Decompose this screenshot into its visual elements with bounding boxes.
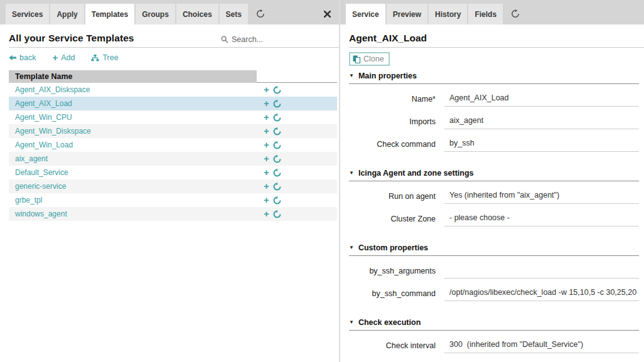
refresh-icon[interactable] [256, 9, 265, 18]
by-ssh-command-input[interactable]: /opt/nagios/libexec/check_load -w 15,10,… [444, 285, 639, 301]
cluster-zone-select[interactable]: - please choose - [444, 211, 639, 226]
detail-content: Agent_AIX_Load Clone ▼ Main properties N… [340, 33, 644, 353]
tab-templates[interactable]: Templates [85, 4, 134, 24]
imports-input[interactable]: aix_agent [444, 114, 639, 129]
section-title: Icinga Agent and zone settings [358, 169, 474, 178]
close-icon[interactable] [324, 11, 331, 18]
row-actions: + [257, 141, 281, 149]
table-row: Agent_Win_Diskspace + [9, 124, 337, 138]
history-icon[interactable] [273, 169, 281, 177]
add-icon[interactable]: + [264, 196, 269, 204]
history-icon[interactable] [273, 114, 281, 122]
section-header[interactable]: ▼ Custom properties [349, 243, 639, 256]
tab-services[interactable]: Services [6, 4, 49, 24]
history-icon[interactable] [273, 155, 281, 163]
section-check-execution: ▼ Check execution Check interval 300 (in… [349, 318, 639, 353]
add-icon[interactable]: + [264, 210, 269, 218]
refresh-icon[interactable] [511, 9, 520, 18]
add-icon[interactable]: + [264, 100, 269, 107]
by-ssh-arguments-input[interactable] [444, 263, 639, 279]
add-icon[interactable]: + [264, 169, 269, 176]
field-label: Cluster Zone [349, 215, 444, 223]
template-link[interactable]: Agent_AIX_Load [9, 99, 257, 108]
row-actions: + [257, 127, 281, 136]
section-header[interactable]: ▼ Main properties [349, 72, 639, 84]
history-icon[interactable] [273, 210, 281, 218]
section-header[interactable]: ▼ Icinga Agent and zone settings [349, 169, 639, 181]
object-title: Agent_AIX_Load [349, 33, 644, 48]
table-header-row: Template Name [9, 70, 337, 83]
field-run-on-agent: Run on agent Yes (inherited from "aix_ag… [349, 188, 639, 204]
chevron-down-icon: ▼ [349, 245, 354, 250]
row-actions: + [257, 169, 281, 177]
history-icon[interactable] [273, 127, 281, 136]
tree-link[interactable]: Tree [91, 53, 118, 62]
tab-history[interactable]: History [429, 4, 467, 24]
row-actions: + [257, 100, 281, 108]
row-actions: + [257, 86, 281, 94]
table-row-selected: Agent_AIX_Load + [9, 97, 337, 110]
chevron-down-icon: ▼ [349, 171, 354, 176]
template-link[interactable]: grbe_tpl [9, 196, 257, 205]
back-arrow-icon [9, 55, 16, 61]
add-icon[interactable]: + [264, 114, 269, 121]
template-link[interactable]: windows_agent [9, 210, 257, 218]
history-icon[interactable] [273, 86, 281, 94]
add-link[interactable]: + Add [52, 53, 75, 62]
object-actions: Clone [349, 52, 639, 66]
template-link[interactable]: Agent_Win_Diskspace [9, 127, 257, 136]
column-header-template-name: Template Name [9, 70, 257, 83]
clone-button[interactable]: Clone [349, 52, 390, 66]
history-icon[interactable] [273, 183, 281, 191]
add-icon[interactable]: + [264, 155, 269, 162]
field-check-interval: Check interval 300 (inherited from "Defa… [349, 338, 639, 353]
template-link[interactable]: Agent_Win_Load [9, 141, 257, 149]
add-label: Add [61, 53, 75, 62]
tab-choices[interactable]: Choices [176, 4, 218, 24]
tab-service[interactable]: Service [346, 4, 385, 24]
tab-sets[interactable]: Sets [220, 4, 248, 24]
field-label: by_ssh_command [349, 289, 444, 298]
templates-table: Template Name Agent_AIX_Diskspace + Agen… [9, 70, 337, 221]
left-panel-header: All your Service Templates [9, 33, 339, 48]
tab-apply[interactable]: Apply [50, 4, 83, 24]
service-template-detail-panel: Service Preview History Fields Agent_AIX… [339, 0, 644, 362]
tab-preview[interactable]: Preview [387, 4, 427, 24]
column-header-actions [257, 70, 337, 83]
template-link[interactable]: Agent_Win_CPU [9, 113, 257, 122]
template-link[interactable]: Default_Service [9, 168, 257, 177]
table-row: grbe_tpl + [9, 193, 337, 207]
tab-fields[interactable]: Fields [468, 4, 503, 24]
template-link[interactable]: aix_agent [9, 154, 257, 163]
field-cluster-zone: Cluster Zone - please choose - [349, 211, 639, 226]
table-row: Agent_Win_Load + [9, 138, 337, 152]
field-label: by_ssh_arguments [349, 267, 444, 275]
history-icon[interactable] [273, 196, 281, 205]
add-icon[interactable]: + [264, 183, 269, 190]
icinga-director-app: Services Apply Templates Groups Choices … [0, 0, 644, 362]
tab-groups[interactable]: Groups [136, 4, 175, 24]
add-icon[interactable]: + [264, 141, 269, 149]
history-icon[interactable] [273, 141, 281, 149]
template-link[interactable]: Agent_AIX_Diskspace [9, 85, 257, 94]
list-actions: back + Add Tree [9, 53, 330, 62]
field-by-ssh-command: by_ssh_command /opt/nagios/libexec/check… [349, 285, 639, 301]
back-link[interactable]: back [9, 53, 36, 62]
search-input[interactable] [232, 35, 333, 44]
check-command-input[interactable]: by_ssh [444, 136, 639, 152]
row-actions: + [257, 155, 281, 163]
add-icon[interactable]: + [264, 86, 269, 93]
template-link[interactable]: generic-service [9, 182, 257, 191]
plus-icon: + [52, 54, 58, 61]
name-input[interactable]: Agent_AIX_Load [444, 91, 639, 107]
field-check-command: Check command by_ssh [349, 136, 639, 152]
history-icon[interactable] [273, 100, 281, 108]
table-row: aix_agent + [9, 152, 337, 166]
add-icon[interactable]: + [264, 127, 269, 135]
section-agent-zone-settings: ▼ Icinga Agent and zone settings Run on … [349, 169, 639, 226]
chevron-down-icon: ▼ [349, 320, 354, 325]
check-interval-input[interactable]: 300 (inherited from "Default_Service") [444, 338, 639, 353]
section-header[interactable]: ▼ Check execution [349, 318, 639, 331]
run-on-agent-select[interactable]: Yes (inherited from "aix_agent") [444, 188, 639, 204]
section-title: Check execution [358, 318, 421, 327]
